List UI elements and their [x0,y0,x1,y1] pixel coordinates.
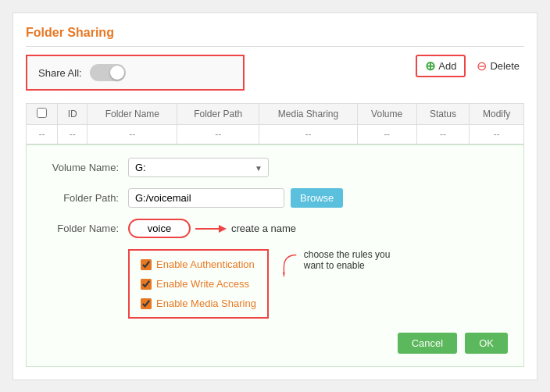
col-status: Status [416,104,470,125]
folders-table: ID Folder Name Folder Path Media Sharing… [26,103,524,144]
enable-authentication-checkbox[interactable] [141,259,152,270]
folder-name-row: Folder Name: create a name [42,219,508,238]
col-folder-name: Folder Name [88,104,177,125]
svg-marker-2 [283,273,285,278]
arrow-left-curved-icon [283,249,299,280]
bottom-buttons: Cancel OK [42,333,508,354]
enable-media-sharing-item[interactable]: Enable Media Sharing [141,298,256,309]
folder-name-control: create a name [128,219,508,238]
arrow-right-icon [195,221,227,237]
enable-write-access-item[interactable]: Enable Write Access [141,278,256,290]
col-media-sharing: Media Sharing [259,104,357,125]
col-modify: Modify [470,104,524,125]
form-area: Volume Name: G: Folder Path: Browse Fold… [26,144,524,367]
folder-path-row: Folder Path: Browse [42,188,508,208]
svg-marker-1 [219,225,227,233]
minus-circle-icon: ⊖ [477,59,487,73]
plus-circle-icon: ⊕ [425,59,435,73]
volume-control: G: [128,158,508,177]
volume-label: Volume Name: [42,162,128,173]
folder-path-label: Folder Path: [42,192,128,204]
col-checkbox[interactable] [27,104,58,125]
create-name-hint: create a name [231,223,296,234]
col-id: ID [57,104,88,125]
toggle-knob [110,66,124,80]
share-all-toggle[interactable] [90,64,126,81]
checkboxes-area: Enable Authentication Enable Write Acces… [128,249,508,319]
volume-row: Volume Name: G: [42,158,508,177]
folder-name-input[interactable] [128,219,191,238]
select-all-checkbox[interactable] [37,108,47,118]
ok-button[interactable]: OK [465,333,508,354]
rules-hint-text: choose the rules you want to enable [304,249,408,271]
enable-authentication-label: Enable Authentication [156,258,255,270]
volume-select-wrapper: G: [128,158,269,177]
folder-path-input[interactable] [128,188,284,208]
top-buttons: ⊕ Add ⊖ Delete [416,55,524,77]
share-all-label: Share All: [38,67,82,79]
enable-media-sharing-label: Enable Media Sharing [156,298,256,309]
col-folder-path: Folder Path [177,104,259,125]
delete-button[interactable]: ⊖ Delete [472,55,524,77]
col-volume: Volume [357,104,416,125]
browse-button[interactable]: Browse [291,188,343,208]
folder-path-control: Browse [128,188,508,208]
enable-media-sharing-checkbox[interactable] [141,298,152,309]
enable-write-access-label: Enable Write Access [156,278,249,290]
volume-select[interactable]: G: [128,158,269,177]
table-row: -- -- -- -- -- -- -- -- [27,125,524,144]
checkbox-group: Enable Authentication Enable Write Acces… [128,249,269,319]
delete-button-label: Delete [490,60,520,72]
add-button[interactable]: ⊕ Add [416,55,466,77]
cancel-button[interactable]: Cancel [398,333,457,354]
enable-authentication-item[interactable]: Enable Authentication [141,258,256,270]
add-button-label: Add [438,60,456,72]
share-all-container: Share All: [26,55,245,91]
enable-write-access-checkbox[interactable] [141,279,152,290]
page-title: Folder Sharing [26,26,524,47]
rules-note: choose the rules you want to enable [283,249,408,280]
folder-name-label: Folder Name: [42,223,128,234]
